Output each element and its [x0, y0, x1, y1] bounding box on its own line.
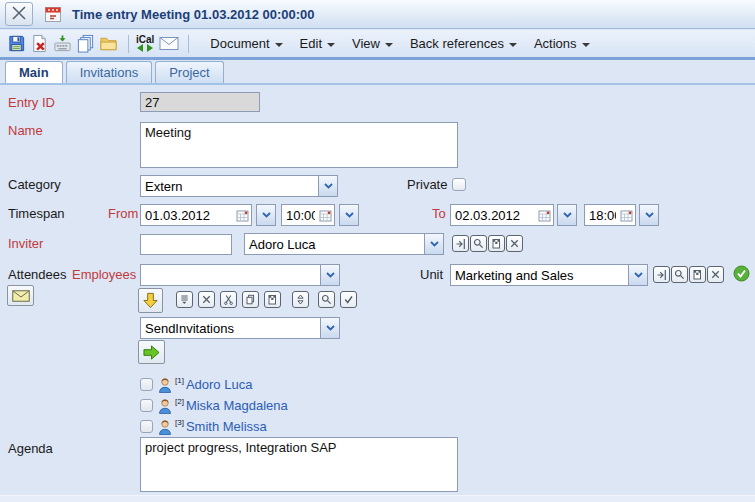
select-document-icon	[267, 294, 278, 305]
tab-main[interactable]: Main	[5, 61, 63, 83]
search-employees-button[interactable]	[318, 291, 335, 308]
to-time-input[interactable]	[585, 206, 620, 225]
add-employee-button[interactable]	[138, 288, 163, 313]
save-button[interactable]	[6, 33, 27, 54]
agenda-field[interactable]: project progress, Integration SAP	[140, 437, 458, 492]
copy-button[interactable]	[75, 33, 96, 54]
open-folder-button[interactable]	[98, 33, 119, 54]
unit-open-record-button[interactable]	[653, 266, 670, 283]
date-picker-icon[interactable]	[538, 209, 551, 222]
close-icon	[11, 5, 27, 24]
inviter-open-record-button[interactable]	[452, 235, 469, 252]
remove-button[interactable]	[198, 291, 215, 308]
unit-clear-button[interactable]	[707, 266, 724, 283]
sort-button[interactable]	[292, 291, 309, 308]
attendee-checkbox[interactable]	[140, 399, 153, 412]
close-button[interactable]	[5, 2, 33, 26]
toolbar-separator	[128, 35, 129, 53]
to-date-field	[450, 204, 554, 226]
chevron-down-icon	[326, 272, 335, 278]
inviter-clear-button[interactable]	[506, 235, 523, 252]
inviter-search-input[interactable]	[140, 234, 232, 255]
window-title: Time entry Meeting 01.03.2012 00:00:00	[72, 7, 315, 22]
menu-view[interactable]: View	[352, 36, 393, 51]
to-date-dropdown-button[interactable]	[557, 204, 577, 226]
import-button[interactable]	[52, 33, 73, 54]
select-document-icon	[491, 238, 502, 249]
attendees-label: Attendees	[8, 267, 67, 282]
to-date-input[interactable]	[451, 206, 538, 225]
unit-combobox	[450, 264, 648, 286]
execute-action-button[interactable]	[138, 340, 165, 364]
mail-attendees-button[interactable]	[7, 285, 34, 306]
attendee-index: [1]	[175, 376, 184, 385]
menu-back-references[interactable]: Back references	[410, 36, 517, 51]
mail-button[interactable]	[158, 33, 179, 54]
from-label: From	[108, 206, 138, 221]
attendee-link[interactable]: Miska Magdalena	[186, 398, 288, 413]
paste-button[interactable]	[264, 291, 281, 308]
select-document-icon	[692, 269, 703, 280]
unit-search-button[interactable]	[671, 266, 688, 283]
tab-project[interactable]: Project	[155, 61, 223, 83]
unit-select-button[interactable]	[689, 266, 706, 283]
attendee-link[interactable]: Smith Melissa	[186, 419, 267, 434]
select-all-button[interactable]	[176, 291, 193, 308]
chevron-down-icon	[327, 43, 335, 47]
invitation-action-input[interactable]	[140, 317, 320, 339]
title-bar: Time entry Meeting 01.03.2012 00:00:00	[0, 0, 755, 29]
tab-invitations[interactable]: Invitations	[66, 61, 153, 83]
attendee-link[interactable]: Adoro Luca	[186, 377, 253, 392]
menu-document[interactable]: Document	[210, 36, 282, 51]
folder-icon	[99, 34, 118, 53]
attendee-row: [1] Adoro Luca	[140, 376, 252, 393]
category-input[interactable]	[140, 175, 318, 197]
unit-label: Unit	[420, 267, 443, 282]
menu-actions[interactable]: Actions	[534, 36, 590, 51]
menu-edit[interactable]: Edit	[300, 36, 335, 51]
from-date-input[interactable]	[141, 206, 236, 225]
chevron-down-icon	[634, 272, 643, 278]
time-entry-window: Time entry Meeting 01.03.2012 00:00:00	[0, 0, 755, 502]
name-label: Name	[8, 123, 43, 138]
category-dropdown-button[interactable]	[318, 175, 338, 197]
to-time-dropdown-button[interactable]	[639, 204, 659, 226]
chevron-down-icon	[324, 183, 333, 189]
copy-button-small[interactable]	[242, 291, 259, 308]
person-icon	[158, 419, 172, 435]
unit-confirm-button[interactable]	[733, 265, 750, 282]
save-icon	[7, 34, 26, 53]
from-time-field	[281, 204, 335, 226]
date-picker-icon[interactable]	[236, 209, 249, 222]
employees-dropdown-button[interactable]	[320, 264, 340, 286]
person-icon	[158, 377, 172, 393]
confirm-selection-button[interactable]	[340, 291, 357, 308]
from-time-dropdown-button[interactable]	[339, 204, 359, 226]
ical-arrows-icon	[136, 44, 154, 52]
inviter-search-button[interactable]	[470, 235, 487, 252]
employees-input[interactable]	[140, 264, 320, 286]
import-keyboard-icon	[53, 34, 72, 53]
unit-dropdown-button[interactable]	[628, 264, 648, 286]
name-field[interactable]: Meeting	[140, 122, 458, 168]
unit-input[interactable]	[450, 264, 628, 286]
copy-pages-icon	[245, 294, 256, 305]
from-date-dropdown-button[interactable]	[256, 204, 276, 226]
invitation-action-dropdown-button[interactable]	[320, 317, 340, 339]
private-checkbox[interactable]	[452, 178, 466, 191]
cut-button[interactable]	[220, 291, 237, 308]
inviter-input[interactable]	[244, 233, 424, 255]
inviter-dropdown-button[interactable]	[424, 233, 444, 255]
list-icon	[179, 294, 190, 305]
time-picker-icon[interactable]	[319, 209, 332, 222]
from-time-input[interactable]	[282, 206, 319, 225]
category-label: Category	[8, 177, 61, 192]
inviter-select-button[interactable]	[488, 235, 505, 252]
delete-document-button[interactable]	[29, 33, 50, 54]
ical-sync-button[interactable]: iCal	[136, 35, 154, 52]
scissors-icon	[223, 294, 234, 305]
attendee-checkbox[interactable]	[140, 378, 153, 391]
time-picker-icon[interactable]	[620, 209, 633, 222]
menu-bar: Document Edit View Back references Actio…	[210, 36, 606, 51]
attendee-checkbox[interactable]	[140, 420, 153, 433]
